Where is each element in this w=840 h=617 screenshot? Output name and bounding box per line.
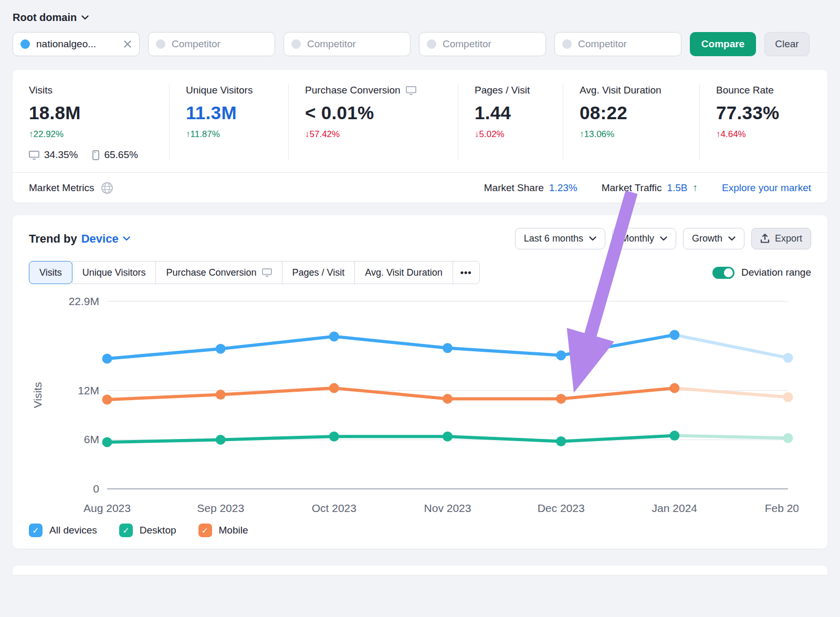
traffic-analytics-page: Root domain nationalgeo... Compare Clear	[0, 0, 840, 617]
tab-pages-per-visit[interactable]: Pages / Visit	[282, 261, 355, 284]
mobile-icon	[92, 150, 99, 160]
data-point-all-devices-nov-2023[interactable]	[443, 343, 453, 353]
mode-dropdown[interactable]: Growth	[683, 228, 744, 249]
metric-label: Pages / Visit	[475, 85, 556, 96]
export-button[interactable]: Export	[751, 228, 811, 249]
y-axis-title: Visits	[32, 382, 44, 408]
competitor-field[interactable]	[307, 38, 403, 50]
competitor-input-1[interactable]	[148, 32, 275, 56]
tab-label: Unique Visitors	[82, 267, 146, 278]
chevron-down-icon	[660, 236, 667, 241]
y-tick-label: 12M	[78, 384, 99, 396]
checkbox-checked-icon[interactable]: ✓	[119, 524, 133, 537]
trend-device-dropdown[interactable]: Device	[81, 232, 130, 246]
date-range-dropdown[interactable]: Last 6 months	[515, 228, 605, 249]
data-point-mobile-nov-2023[interactable]	[443, 394, 453, 404]
metric-pages-per-visit: Pages / Visit 1.44 ↓5.02%	[458, 85, 563, 161]
metric-label: Avg. Visit Duration	[580, 85, 693, 96]
mobile-share: 65.65%	[104, 149, 138, 161]
checkbox-checked-icon[interactable]: ✓	[198, 524, 212, 537]
data-point-all-devices-dec-2023[interactable]	[556, 350, 566, 360]
metric-value: 08:22	[580, 102, 693, 123]
data-point-desktop-sep-2023[interactable]	[216, 435, 226, 445]
competitor-input-4[interactable]	[554, 32, 681, 56]
metric-label: Purchase Conversion	[305, 85, 401, 96]
trend-chart-area[interactable]: 22.9M12M6M0Aug 2023Sep 2023Oct 2023Nov 2…	[13, 288, 827, 520]
metric-unique-visitors: Unique Visitors 11.3M ↑11.87%	[169, 85, 288, 161]
legend-label: Desktop	[140, 525, 176, 536]
market-metrics-bar: Market Metrics Market Share 1.23% Market…	[13, 172, 827, 203]
data-point-mobile-aug-2023[interactable]	[102, 394, 112, 404]
data-point-desktop-nov-2023[interactable]	[443, 432, 453, 442]
compare-button[interactable]: Compare	[690, 32, 756, 56]
data-point-all-devices-aug-2023[interactable]	[102, 353, 112, 363]
y-tick-label: 22.9M	[69, 295, 99, 307]
competitor-field[interactable]	[578, 38, 674, 50]
metric-delta: ↑13.06%	[580, 129, 693, 140]
competitor-field[interactable]	[172, 38, 267, 50]
data-point-mobile-jan-2024[interactable]	[669, 383, 679, 393]
visits-trend-chart[interactable]: 22.9M12M6M0Aug 2023Sep 2023Oct 2023Nov 2…	[20, 288, 799, 520]
data-point-all-devices-jan-2024[interactable]	[669, 330, 679, 340]
competitor-input-3[interactable]	[419, 32, 546, 56]
metric-purchase-conversion: Purchase Conversion < 0.01% ↓57.42%	[288, 85, 458, 161]
granularity-value: Monthly	[621, 233, 654, 244]
summary-metrics-card: Visits 18.8M ↑22.92% 34.35% 65.65% Uniqu…	[13, 70, 827, 203]
legend-desktop[interactable]: ✓ Desktop	[119, 524, 176, 537]
legend-mobile[interactable]: ✓ Mobile	[198, 524, 248, 537]
competitor-input-2[interactable]	[284, 32, 411, 56]
scope-selector-dropdown[interactable]: Root domain	[13, 12, 89, 24]
data-point-desktop-feb-2024[interactable]	[783, 433, 793, 443]
tab-more[interactable]: •••	[453, 261, 480, 284]
metric-delta: ↓57.42%	[305, 129, 452, 140]
metric-delta: ↓5.02%	[475, 129, 556, 140]
metric-bounce-rate: Bounce Rate 77.33% ↑4.64%	[699, 85, 827, 161]
x-tick-label: Jan 2024	[652, 502, 698, 514]
data-point-desktop-aug-2023[interactable]	[102, 437, 112, 447]
tab-visits[interactable]: Visits	[29, 261, 72, 284]
metric-label: Visits	[29, 85, 163, 96]
competitor-field[interactable]	[443, 38, 538, 50]
market-share-value[interactable]: 1.23%	[549, 182, 578, 194]
market-share-label: Market Share	[484, 182, 544, 194]
x-tick-label: Dec 2023	[538, 502, 585, 514]
data-point-desktop-oct-2023[interactable]	[329, 432, 339, 442]
domain-chip-label: nationalgeo...	[36, 38, 117, 50]
data-point-all-devices-feb-2024[interactable]	[783, 353, 793, 363]
y-tick-label: 0	[93, 483, 99, 495]
metric-delta: ↑4.64%	[716, 129, 821, 140]
chart-legend: ✓ All devices ✓ Desktop ✓ Mobile	[13, 520, 827, 541]
data-point-mobile-feb-2024[interactable]	[783, 392, 793, 402]
trend-title-prefix: Trend by	[29, 232, 77, 246]
tab-unique-visitors[interactable]: Unique Visitors	[72, 261, 156, 284]
data-point-desktop-jan-2024[interactable]	[669, 431, 679, 441]
metric-value: < 0.01%	[305, 102, 452, 123]
deviation-range-toggle[interactable]	[712, 267, 734, 279]
market-traffic-value[interactable]: 1.5B	[667, 182, 687, 194]
trend-line-projection-mobile	[675, 388, 788, 397]
data-point-desktop-dec-2023[interactable]	[556, 436, 566, 446]
metric-value-link[interactable]: 11.3M	[186, 102, 282, 123]
tab-label: Avg. Visit Duration	[365, 267, 442, 278]
compare-bar: nationalgeo... Compare Clear	[13, 32, 827, 56]
metric-label: Bounce Rate	[716, 85, 821, 96]
data-point-mobile-oct-2023[interactable]	[329, 383, 339, 393]
tab-avg-visit-duration[interactable]: Avg. Visit Duration	[354, 261, 453, 284]
data-point-mobile-dec-2023[interactable]	[556, 394, 566, 404]
competitor-dot-icon	[427, 39, 436, 49]
domain-chip[interactable]: nationalgeo...	[13, 32, 140, 56]
close-icon[interactable]	[123, 40, 132, 48]
tab-label: Pages / Visit	[292, 267, 345, 278]
data-point-all-devices-sep-2023[interactable]	[216, 344, 226, 354]
data-point-mobile-sep-2023[interactable]	[216, 390, 226, 400]
data-point-all-devices-oct-2023[interactable]	[329, 331, 339, 341]
checkbox-checked-icon[interactable]: ✓	[29, 524, 43, 537]
x-tick-label: Aug 2023	[83, 502, 131, 514]
clear-button[interactable]: Clear	[764, 32, 810, 56]
tab-purchase-conversion[interactable]: Purchase Conversion	[155, 261, 282, 284]
legend-all-devices[interactable]: ✓ All devices	[29, 524, 97, 537]
granularity-dropdown[interactable]: Monthly	[612, 228, 676, 249]
desktop-icon	[406, 86, 416, 95]
explore-market-link[interactable]: Explore your market	[722, 182, 811, 194]
chevron-down-icon	[728, 236, 736, 241]
